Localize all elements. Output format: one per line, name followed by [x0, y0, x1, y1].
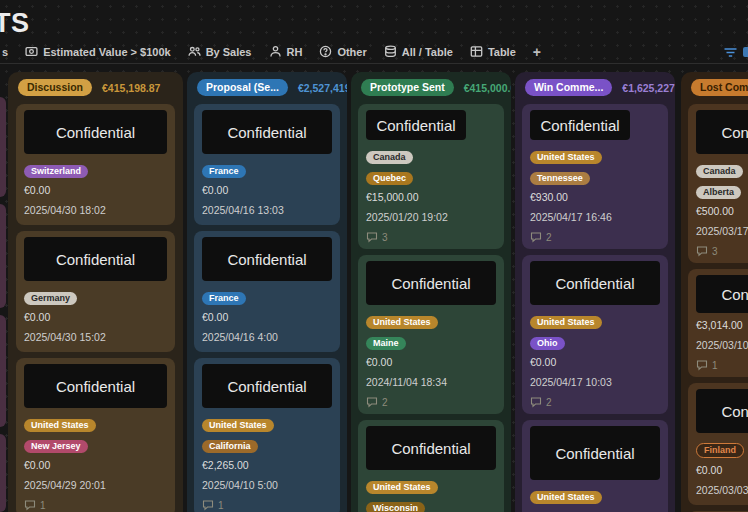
- comment-icon: [696, 245, 708, 257]
- card-cover: Confidential: [696, 389, 748, 433]
- card-amount: €0.00: [366, 356, 496, 368]
- card-cover: Confidential: [202, 237, 332, 281]
- column-total: €415,000.00: [464, 82, 511, 94]
- stack-badge[interactable]: Lost Comm...: [691, 79, 748, 96]
- kanban-card[interactable]: Confidential Switzerland €0.00 2025/04/3…: [16, 104, 175, 225]
- column-header[interactable]: Prototype Sent €415,000.00: [351, 72, 511, 104]
- database-icon: [384, 45, 397, 58]
- column-total: €1,625,227.13: [622, 82, 675, 94]
- card-comments[interactable]: 2: [530, 396, 660, 408]
- card-date: 2025/04/29 20:01: [24, 479, 167, 491]
- people-icon: [188, 45, 201, 58]
- by-sales-group[interactable]: By Sales: [188, 45, 252, 58]
- card-comments[interactable]: 1: [24, 499, 167, 511]
- filter-icon[interactable]: [723, 45, 738, 63]
- column-total: €415,198.87: [102, 82, 160, 94]
- column-header[interactable]: Proposal (Se... €2,527,419.50: [187, 72, 347, 104]
- card-comments[interactable]: 3: [366, 231, 496, 243]
- kanban-card[interactable]: Confidential €3,014.00 2025/03/10 18:46 …: [688, 269, 748, 377]
- column-total: €2,527,419.50: [298, 82, 347, 94]
- partial-card-left[interactable]: [0, 97, 6, 197]
- stack-badge[interactable]: Win Comme...: [525, 79, 612, 96]
- card-date: 2025/03/03 11:03: [696, 484, 748, 496]
- view-toolbar: s Estimated Value > $100k By Sales RH Ot…: [0, 40, 748, 64]
- stack-badge[interactable]: Prototype Sent: [361, 79, 454, 96]
- card-comments[interactable]: 2: [530, 231, 660, 243]
- kanban-card[interactable]: Confidential Canada Alberta €500.00 2025…: [688, 104, 748, 263]
- kanban-card[interactable]: Confidential United States New Jersey €0…: [16, 358, 175, 512]
- kanban-card[interactable]: Confidential United States Ohio €0.00 20…: [522, 255, 668, 414]
- card-cover: Confidential: [366, 110, 466, 140]
- kanban-card[interactable]: Confidential United States Wisconsin Cap…: [358, 420, 504, 512]
- toolbar-truncated-label[interactable]: s: [2, 46, 8, 58]
- card-cover: Confidential: [696, 275, 748, 313]
- kanban-card[interactable]: Confidential United States Tennessee €93…: [522, 104, 668, 249]
- card-date: 2025/01/20 19:02: [366, 211, 496, 223]
- card-amount: €2,265.00: [202, 459, 332, 471]
- kanban-card[interactable]: Confidential Canada Quebec €15,000.00 20…: [358, 104, 504, 249]
- country-tag: United States: [530, 151, 602, 165]
- all-table-source[interactable]: All / Table: [384, 45, 453, 58]
- card-comments[interactable]: 1: [202, 499, 332, 511]
- card-comments[interactable]: 2: [366, 396, 496, 408]
- kanban-card[interactable]: Confidential United States California €1…: [522, 420, 668, 512]
- card-date: 2025/04/30 15:02: [24, 331, 167, 343]
- partial-card-left[interactable]: [0, 204, 6, 308]
- country-tag: Canada: [696, 165, 743, 179]
- country-tag: Switzerland: [24, 165, 88, 179]
- comment-count: 1: [218, 500, 224, 511]
- rh-field[interactable]: RH: [269, 45, 303, 58]
- comment-icon: [24, 499, 36, 511]
- kanban-card[interactable]: Confidential Finland €0.00 2025/03/03 11…: [688, 383, 748, 505]
- card-date: 2025/04/17 10:03: [530, 376, 660, 388]
- add-view-button[interactable]: +: [533, 44, 541, 60]
- card-date: 2025/04/16 4:00: [202, 331, 332, 343]
- comment-icon: [202, 499, 214, 511]
- partial-card-left[interactable]: [0, 315, 6, 427]
- state-tag: New Jersey: [24, 440, 88, 454]
- kanban-card[interactable]: Confidential France €0.00 2025/04/16 13:…: [194, 104, 340, 225]
- toolbar-partial-icon[interactable]: [743, 47, 748, 57]
- kanban-card[interactable]: Confidential France €0.00 2025/04/16 4:0…: [194, 231, 340, 352]
- column-header[interactable]: Discussion €415,198.87: [8, 72, 183, 104]
- comment-icon: [530, 231, 542, 243]
- state-tag: Tennessee: [530, 172, 590, 186]
- card-amount: €3,014.00: [696, 319, 748, 331]
- comment-count: 1: [712, 360, 718, 371]
- stack-badge[interactable]: Proposal (Se...: [197, 79, 288, 96]
- card-date: 2025/04/16 13:03: [202, 204, 332, 216]
- card-cover: Confidential: [530, 261, 660, 305]
- comment-icon: [366, 231, 378, 243]
- comment-count: 2: [382, 397, 388, 408]
- card-amount: €0.00: [24, 311, 167, 323]
- stack-badge[interactable]: Discussion: [18, 79, 92, 96]
- column-header[interactable]: Win Comme... €1,625,227.13: [515, 72, 675, 104]
- kanban-card[interactable]: Confidential Germany €0.00 2025/04/30 15…: [16, 231, 175, 352]
- toolbar-item-label: Estimated Value > $100k: [43, 46, 171, 58]
- other-field[interactable]: Other: [319, 45, 366, 58]
- card-amount: €0.00: [24, 459, 167, 471]
- comment-icon: [366, 396, 378, 408]
- estimated-value-filter[interactable]: Estimated Value > $100k: [25, 45, 171, 58]
- toolbar-item-label: By Sales: [206, 46, 252, 58]
- country-tag: United States: [24, 419, 96, 433]
- card-amount: €0.00: [530, 356, 660, 368]
- kanban-column-win: Win Comme... €1,625,227.13 Confidential …: [515, 72, 675, 512]
- plus-icon: +: [533, 44, 541, 60]
- card-amount: €930.00: [530, 191, 660, 203]
- comment-count: 3: [712, 246, 718, 257]
- country-tag: Canada: [366, 151, 413, 165]
- card-comments[interactable]: 1: [696, 359, 748, 371]
- table-view[interactable]: Table: [470, 45, 516, 58]
- partial-card-left[interactable]: [0, 434, 6, 512]
- toolbar-item-label: Other: [337, 46, 366, 58]
- country-tag: United States: [366, 481, 438, 495]
- kanban-card[interactable]: Confidential United States California €2…: [194, 358, 340, 512]
- country-tag: France: [202, 292, 246, 306]
- card-cover: Confidential: [366, 426, 496, 470]
- card-comments[interactable]: 3: [696, 245, 748, 257]
- toolbar-item-label: Table: [488, 46, 516, 58]
- column-header[interactable]: Lost Comm...: [681, 72, 748, 104]
- kanban-card[interactable]: Confidential United States Maine €0.00 2…: [358, 255, 504, 414]
- help-icon: [319, 45, 332, 58]
